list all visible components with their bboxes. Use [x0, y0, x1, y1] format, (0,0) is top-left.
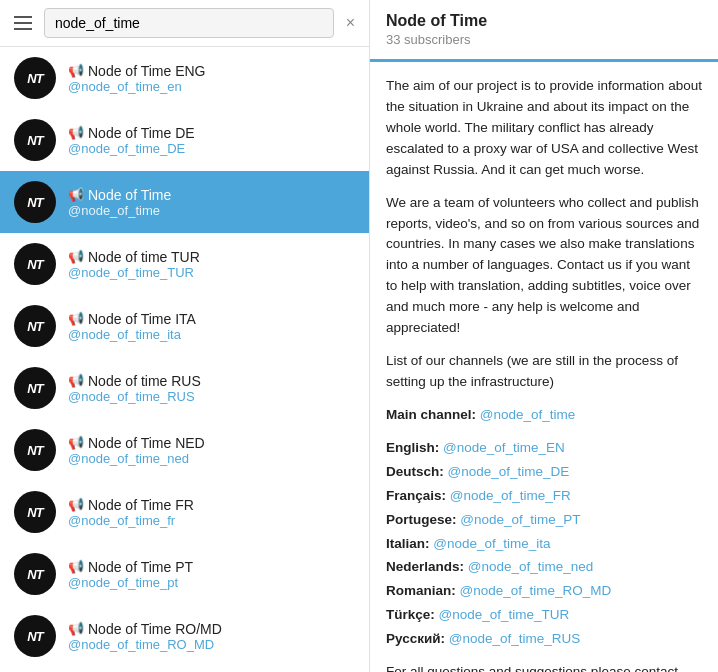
- channel-detail-subscribers: 33 subscribers: [386, 32, 702, 47]
- lang-label-0: English:: [386, 440, 443, 455]
- desc-1: The aim of our project is to provide inf…: [386, 76, 702, 181]
- megaphone-icon-ned: 📢: [68, 435, 84, 450]
- right-panel: Node of Time 33 subscribers The aim of o…: [370, 0, 718, 672]
- list-intro: List of our channels (we are still in th…: [386, 351, 702, 393]
- channel-item-de[interactable]: NT 📢 Node of Time DE @node_of_time_DE: [0, 109, 369, 171]
- channel-item-main[interactable]: NT 📢 Node of Time @node_of_time: [0, 171, 369, 233]
- channel-item-ned[interactable]: NT 📢 Node of Time NED @node_of_time_ned: [0, 419, 369, 481]
- lang-label-8: Русский:: [386, 631, 449, 646]
- avatar-pt: NT: [14, 553, 56, 595]
- channel-detail-header: Node of Time 33 subscribers: [370, 0, 718, 62]
- channel-info-ned: 📢 Node of Time NED @node_of_time_ned: [68, 435, 205, 466]
- avatar-main: NT: [14, 181, 56, 223]
- channel-info-main: 📢 Node of Time @node_of_time: [68, 187, 171, 218]
- left-panel: × NT 📢 Node of Time ENG @node_of_time_en…: [0, 0, 370, 672]
- avatar-tur: NT: [14, 243, 56, 285]
- megaphone-icon-fr: 📢: [68, 497, 84, 512]
- lang-label-5: Nederlands:: [386, 559, 468, 574]
- footer-text: For all questions and suggestions please…: [386, 662, 702, 672]
- megaphone-icon-pt: 📢: [68, 559, 84, 574]
- main-channel-label: Main channel:: [386, 407, 480, 422]
- channel-name-romd: 📢 Node of Time RO/MD: [68, 621, 222, 637]
- channel-item-tur[interactable]: NT 📢 Node of time TUR @node_of_time_TUR: [0, 233, 369, 295]
- channel-detail-title: Node of Time: [386, 12, 702, 30]
- channel-name-eng: 📢 Node of Time ENG: [68, 63, 206, 79]
- search-input[interactable]: [44, 8, 334, 38]
- lang-link-7[interactable]: @node_of_time_TUR: [439, 607, 570, 622]
- channel-item-romd[interactable]: NT 📢 Node of Time RO/MD @node_of_time_RO…: [0, 605, 369, 667]
- lang-row-1: Deutsch: @node_of_time_DE: [386, 462, 702, 483]
- lang-link-1[interactable]: @node_of_time_DE: [448, 464, 570, 479]
- channel-name-ita: 📢 Node of Time ITA: [68, 311, 196, 327]
- lang-label-3: Portugese:: [386, 512, 460, 527]
- megaphone-icon-romd: 📢: [68, 621, 84, 636]
- channel-item-rus[interactable]: NT 📢 Node of time RUS @node_of_time_RUS: [0, 357, 369, 419]
- lang-row-7: Türkçe: @node_of_time_TUR: [386, 605, 702, 626]
- channel-handle-fr: @node_of_time_fr: [68, 513, 194, 528]
- channel-name-de: 📢 Node of Time DE: [68, 125, 195, 141]
- search-bar: ×: [0, 0, 369, 47]
- channel-name-main: 📢 Node of Time: [68, 187, 171, 203]
- channel-item-fr[interactable]: NT 📢 Node of Time FR @node_of_time_fr: [0, 481, 369, 543]
- lang-label-4: Italian:: [386, 536, 433, 551]
- channel-info-fr: 📢 Node of Time FR @node_of_time_fr: [68, 497, 194, 528]
- channel-name-ned: 📢 Node of Time NED: [68, 435, 205, 451]
- channel-handle-ita: @node_of_time_ita: [68, 327, 196, 342]
- channel-info-eng: 📢 Node of Time ENG @node_of_time_en: [68, 63, 206, 94]
- avatar-ita: NT: [14, 305, 56, 347]
- channel-handle-eng: @node_of_time_en: [68, 79, 206, 94]
- megaphone-icon-tur: 📢: [68, 249, 84, 264]
- channel-list: NT 📢 Node of Time ENG @node_of_time_en N…: [0, 47, 369, 672]
- lang-label-1: Deutsch:: [386, 464, 448, 479]
- channel-name-tur: 📢 Node of time TUR: [68, 249, 200, 265]
- lang-link-8[interactable]: @node_of_time_RUS: [449, 631, 581, 646]
- channel-name-fr: 📢 Node of Time FR: [68, 497, 194, 513]
- channel-item-eng[interactable]: NT 📢 Node of Time ENG @node_of_time_en: [0, 47, 369, 109]
- desc-2: We are a team of volunteers who collect …: [386, 193, 702, 339]
- channel-info-tur: 📢 Node of time TUR @node_of_time_TUR: [68, 249, 200, 280]
- lang-link-0[interactable]: @node_of_time_EN: [443, 440, 565, 455]
- megaphone-icon-de: 📢: [68, 125, 84, 140]
- lang-link-3[interactable]: @node_of_time_PT: [460, 512, 580, 527]
- channel-item-ita[interactable]: NT 📢 Node of Time ITA @node_of_time_ita: [0, 295, 369, 357]
- avatar-ned: NT: [14, 429, 56, 471]
- lang-row-8: Русский: @node_of_time_RUS: [386, 629, 702, 650]
- language-list: English: @node_of_time_EN Deutsch: @node…: [386, 438, 702, 650]
- channel-info-pt: 📢 Node of Time PT @node_of_time_pt: [68, 559, 193, 590]
- lang-row-2: Français: @node_of_time_FR: [386, 486, 702, 507]
- channel-handle-ned: @node_of_time_ned: [68, 451, 205, 466]
- avatar-eng: NT: [14, 57, 56, 99]
- hamburger-icon[interactable]: [10, 12, 36, 34]
- channel-handle-de: @node_of_time_DE: [68, 141, 195, 156]
- lang-label-2: Français:: [386, 488, 450, 503]
- megaphone-icon-rus: 📢: [68, 373, 84, 388]
- main-channel: Main channel: @node_of_time: [386, 405, 702, 426]
- channel-handle-romd: @node_of_time_RO_MD: [68, 637, 222, 652]
- avatar-romd: NT: [14, 615, 56, 657]
- main-channel-link[interactable]: @node_of_time: [480, 407, 576, 422]
- channel-name-rus: 📢 Node of time RUS: [68, 373, 201, 389]
- lang-row-0: English: @node_of_time_EN: [386, 438, 702, 459]
- channel-info-rus: 📢 Node of time RUS @node_of_time_RUS: [68, 373, 201, 404]
- channel-name-pt: 📢 Node of Time PT: [68, 559, 193, 575]
- channel-handle-pt: @node_of_time_pt: [68, 575, 193, 590]
- lang-link-5[interactable]: @node_of_time_ned: [468, 559, 594, 574]
- lang-link-4[interactable]: @node_of_time_ita: [433, 536, 550, 551]
- channel-info-de: 📢 Node of Time DE @node_of_time_DE: [68, 125, 195, 156]
- avatar-de: NT: [14, 119, 56, 161]
- channel-item-pt[interactable]: NT 📢 Node of Time PT @node_of_time_pt: [0, 543, 369, 605]
- channel-detail-body: The aim of our project is to provide inf…: [370, 62, 718, 672]
- channel-handle-rus: @node_of_time_RUS: [68, 389, 201, 404]
- channel-handle-main: @node_of_time: [68, 203, 171, 218]
- avatar-rus: NT: [14, 367, 56, 409]
- lang-link-6[interactable]: @node_of_time_RO_MD: [460, 583, 612, 598]
- lang-link-2[interactable]: @node_of_time_FR: [450, 488, 571, 503]
- avatar-fr: NT: [14, 491, 56, 533]
- channel-info-romd: 📢 Node of Time RO/MD @node_of_time_RO_MD: [68, 621, 222, 652]
- channel-info-ita: 📢 Node of Time ITA @node_of_time_ita: [68, 311, 196, 342]
- megaphone-icon-ita: 📢: [68, 311, 84, 326]
- lang-label-6: Romanian:: [386, 583, 460, 598]
- clear-icon[interactable]: ×: [342, 14, 359, 32]
- lang-label-7: Türkçe:: [386, 607, 439, 622]
- lang-row-4: Italian: @node_of_time_ita: [386, 534, 702, 555]
